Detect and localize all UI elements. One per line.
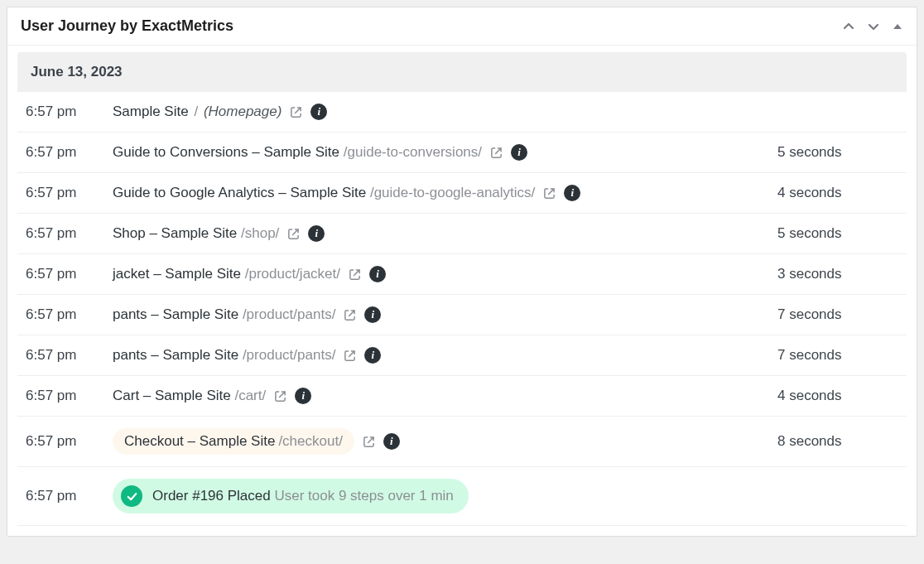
journey-row: 6:57 pmSample Site / (Homepage)i (17, 92, 907, 133)
row-content: Guide to Conversions – Sample Site /guid… (113, 144, 761, 161)
panel-header: User Journey by ExactMetrics (7, 7, 917, 46)
external-link-icon[interactable] (344, 349, 356, 362)
row-path: /product/pants/ (243, 306, 335, 322)
info-icon[interactable]: i (383, 433, 400, 450)
row-content: Cart – Sample Site /cart/i (113, 388, 761, 404)
journey-row-success: 6:57 pm Order #196 Placed User took 9 st… (17, 467, 907, 526)
success-pill: Order #196 Placed User took 9 steps over… (113, 479, 469, 513)
row-time: 6:57 pm (17, 104, 113, 120)
external-link-icon[interactable] (543, 187, 556, 200)
chevron-up-icon[interactable] (842, 20, 855, 33)
row-content: Sample Site / (Homepage)i (113, 104, 761, 120)
user-journey-panel: User Journey by ExactMetrics June 13, 20… (7, 7, 917, 537)
row-time: 6:57 pm (17, 433, 113, 450)
checkmark-icon (121, 485, 142, 507)
date-header: June 13, 2023 (17, 52, 907, 92)
journey-row: 6:57 pmShop – Sample Site /shop/i5 secon… (17, 214, 907, 254)
journey-row: 6:57 pmCart – Sample Site /cart/i4 secon… (17, 376, 907, 417)
row-time: 6:57 pm (17, 306, 113, 323)
row-content: jacket – Sample Site /product/jacket/i (113, 266, 761, 282)
external-link-icon[interactable] (363, 436, 375, 448)
row-title: Shop – Sample Site (113, 225, 237, 241)
row-path: /cart/ (234, 388, 266, 403)
row-content: Guide to Google Analytics – Sample Site … (113, 185, 761, 201)
info-icon[interactable]: i (295, 388, 311, 404)
row-time: 6:57 pm (17, 488, 113, 504)
info-icon[interactable]: i (364, 306, 381, 323)
panel-title: User Journey by ExactMetrics (21, 17, 233, 35)
row-path: /product/pants/ (243, 347, 335, 363)
collapse-toggle-icon[interactable] (892, 21, 903, 32)
row-time: 6:57 pm (17, 347, 113, 364)
row-title: jacket – Sample Site (113, 266, 241, 282)
row-duration: 5 seconds (761, 225, 893, 242)
row-title: Checkout – Sample Site (124, 433, 275, 450)
external-link-icon[interactable] (290, 106, 302, 118)
row-path: (Homepage) (204, 104, 282, 119)
row-time: 6:57 pm (17, 266, 113, 282)
row-content: Checkout – Sample Site /checkout/ i (113, 428, 761, 455)
external-link-icon[interactable] (274, 390, 286, 403)
journey-row: 6:57 pmpants – Sample Site /product/pant… (17, 335, 907, 376)
row-duration: 7 seconds (761, 306, 893, 323)
info-icon[interactable]: i (310, 104, 327, 120)
row-title: Cart – Sample Site (113, 388, 231, 403)
row-path: /checkout/ (278, 433, 343, 450)
row-time: 6:57 pm (17, 388, 113, 404)
row-title: Guide to Google Analytics – Sample Site (113, 185, 366, 200)
journey-row-checkout: 6:57 pm Checkout – Sample Site /checkout… (17, 417, 907, 467)
row-duration: 5 seconds (761, 144, 893, 161)
checkout-pill: Checkout – Sample Site /checkout/ (113, 428, 354, 455)
journey-row: 6:57 pmpants – Sample Site /product/pant… (17, 295, 907, 335)
row-title: Guide to Conversions – Sample Site (113, 144, 339, 160)
separator: / (194, 104, 198, 119)
row-time: 6:57 pm (17, 225, 113, 242)
row-path: /product/jacket/ (245, 266, 340, 282)
row-title: pants – Sample Site (113, 347, 238, 363)
row-title: Sample Site (113, 104, 189, 119)
external-link-icon[interactable] (344, 309, 356, 321)
info-icon[interactable]: i (369, 266, 386, 282)
info-icon[interactable]: i (308, 225, 325, 242)
row-content: pants – Sample Site /product/pants/i (113, 347, 761, 364)
row-content: Shop – Sample Site /shop/i (113, 225, 761, 242)
info-icon[interactable]: i (511, 144, 527, 161)
journey-row: 6:57 pmGuide to Google Analytics – Sampl… (17, 173, 907, 214)
row-duration: 4 seconds (761, 185, 893, 201)
journey-row: 6:57 pmGuide to Conversions – Sample Sit… (17, 133, 907, 173)
info-icon[interactable]: i (364, 347, 381, 364)
row-path: /shop/ (241, 225, 279, 241)
row-duration: 8 seconds (761, 433, 893, 450)
chevron-down-icon[interactable] (867, 20, 880, 33)
row-duration: 4 seconds (761, 388, 893, 404)
row-duration: 7 seconds (761, 347, 893, 364)
order-placed-text: Order #196 Placed (152, 488, 271, 504)
row-time: 6:57 pm (17, 185, 113, 201)
row-title: pants – Sample Site (113, 306, 238, 322)
external-link-icon[interactable] (287, 228, 300, 240)
panel-actions (842, 20, 903, 33)
row-path: /guide-to-google-analytics/ (370, 185, 535, 200)
info-icon[interactable]: i (564, 185, 580, 201)
external-link-icon[interactable] (490, 147, 503, 159)
external-link-icon[interactable] (349, 268, 361, 281)
order-meta-text: User took 9 steps over 1 min (274, 488, 453, 504)
row-path: /guide-to-conversions/ (344, 144, 482, 160)
row-duration: 3 seconds (761, 266, 893, 282)
row-content: Order #196 Placed User took 9 steps over… (113, 479, 761, 513)
journey-row: 6:57 pmjacket – Sample Site /product/jac… (17, 254, 907, 295)
row-time: 6:57 pm (17, 144, 113, 161)
panel-body: June 13, 2023 6:57 pmSample Site / (Home… (7, 52, 917, 536)
row-content: pants – Sample Site /product/pants/i (113, 306, 761, 323)
